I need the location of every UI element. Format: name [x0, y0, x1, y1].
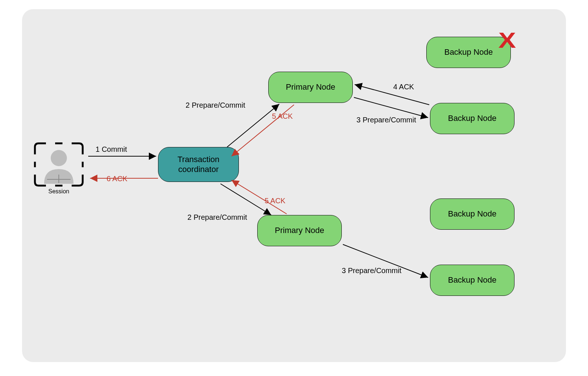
- svg-line-11: [220, 184, 271, 215]
- edge-1-commit: 1 Commit: [96, 145, 127, 154]
- failure-icon: X: [498, 29, 516, 51]
- svg-point-4: [51, 150, 67, 166]
- svg-line-13: [354, 97, 428, 118]
- backup-node-2: Backup Node: [430, 103, 514, 134]
- edge-2-top: 2 Prepare/Commit: [186, 101, 245, 110]
- transaction-coordinator-node: Transaction coordinator: [158, 147, 239, 182]
- edge-3-top: 3 Prepare/Commit: [356, 116, 416, 124]
- session-actor: Session: [29, 140, 88, 198]
- edge-5-bottom: 5 ACK: [265, 197, 286, 205]
- edge-5-top: 5 ACK: [272, 112, 293, 121]
- svg-line-9: [227, 104, 279, 147]
- primary-node-2: Primary Node: [257, 215, 342, 246]
- svg-line-14: [355, 85, 429, 105]
- edge-2-bottom: 2 Prepare/Commit: [187, 213, 247, 222]
- session-label: Session: [29, 188, 88, 195]
- edge-3-bottom: 3 Prepare/Commit: [342, 266, 401, 275]
- diagram-canvas: Session Transaction coordinator Primary …: [22, 9, 566, 362]
- backup-node-4: Backup Node: [430, 265, 514, 296]
- backup-node-3: Backup Node: [430, 198, 514, 230]
- primary-node-1: Primary Node: [268, 72, 353, 103]
- edge-4-ack: 4 ACK: [393, 83, 414, 91]
- edge-6-ack: 6 ACK: [107, 175, 128, 183]
